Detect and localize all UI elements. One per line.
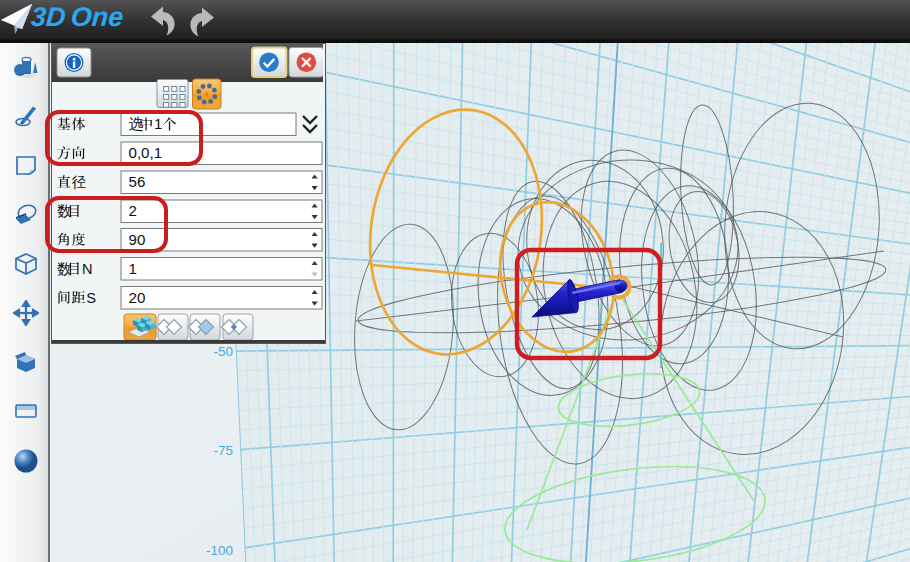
svg-text:-75: -75 xyxy=(213,443,233,458)
svg-text:-100: -100 xyxy=(206,543,233,558)
svg-text:20: 20 xyxy=(129,289,146,306)
svg-text:S: S xyxy=(86,290,96,306)
svg-text:径: 径 xyxy=(72,174,87,190)
svg-text:数: 数 xyxy=(57,261,72,277)
svg-text:-50: -50 xyxy=(213,344,233,359)
svg-text:1: 1 xyxy=(129,260,137,277)
svg-text:56: 56 xyxy=(129,173,146,190)
svg-text:N: N xyxy=(82,261,93,277)
